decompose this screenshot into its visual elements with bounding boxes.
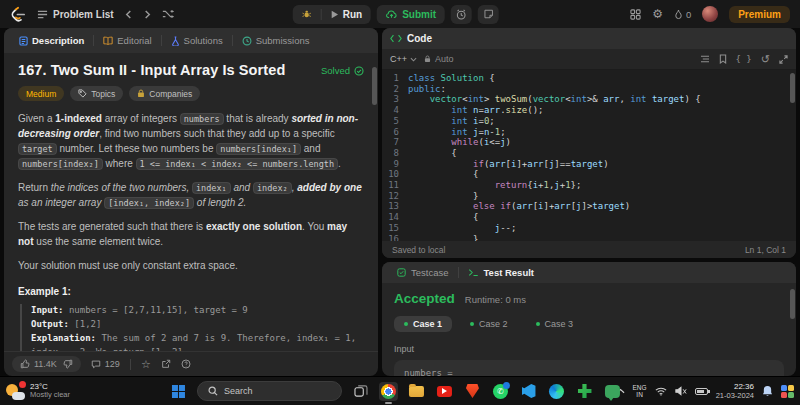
app-whatsapp[interactable]: ✆ bbox=[491, 382, 510, 401]
code-icon bbox=[390, 34, 402, 43]
autocomplete-toggle[interactable]: Auto bbox=[424, 54, 454, 64]
clock[interactable]: 22:36 21-03-2024 bbox=[716, 382, 754, 401]
bookmark-icon[interactable] bbox=[719, 54, 727, 64]
battery-icon[interactable] bbox=[695, 388, 708, 395]
code-panel: Code C++ Auto bbox=[382, 28, 796, 258]
problem-list-button[interactable]: Problem List bbox=[37, 9, 114, 20]
format-icon[interactable] bbox=[700, 55, 710, 63]
like-button[interactable]: 11.4K bbox=[20, 359, 57, 369]
tab-submissions[interactable]: Submissions bbox=[235, 35, 317, 46]
app-chat[interactable] bbox=[603, 382, 622, 401]
submit-label: Submit bbox=[402, 9, 436, 20]
braces-icon[interactable]: { } bbox=[736, 54, 752, 64]
test-result-body: Accepted Runtime: 0 ms Case 1 Case 2 Cas… bbox=[382, 283, 796, 376]
tab-testcase[interactable]: Testcase bbox=[390, 267, 456, 278]
taskbar-search[interactable]: Search bbox=[197, 381, 342, 401]
timer-button[interactable] bbox=[451, 5, 472, 24]
app-brave[interactable] bbox=[463, 382, 482, 401]
lock-icon bbox=[424, 55, 431, 63]
avatar[interactable] bbox=[702, 6, 718, 22]
case-1-tab[interactable]: Case 1 bbox=[394, 316, 452, 332]
expand-icon[interactable] bbox=[779, 55, 788, 64]
app-chrome[interactable] bbox=[379, 382, 398, 401]
example-output: Output: [1,2] bbox=[31, 318, 364, 332]
notes-button[interactable] bbox=[478, 5, 499, 24]
next-problem-button[interactable] bbox=[143, 10, 152, 19]
premium-button[interactable]: Premium bbox=[729, 6, 790, 23]
scrollbar[interactable] bbox=[790, 289, 795, 319]
leetcode-logo[interactable] bbox=[10, 6, 27, 23]
app-edge[interactable] bbox=[547, 382, 566, 401]
favorite-button[interactable]: ☆ bbox=[141, 358, 151, 371]
code-panel-title: Code bbox=[407, 33, 432, 44]
run-button[interactable]: Run bbox=[322, 5, 371, 24]
search-placeholder: Search bbox=[224, 386, 253, 396]
task-view-button[interactable] bbox=[351, 382, 370, 401]
companies-button[interactable]: Companies bbox=[129, 86, 200, 101]
share-button[interactable] bbox=[161, 359, 171, 369]
cloud-upload-icon bbox=[386, 9, 398, 19]
divider bbox=[161, 35, 162, 46]
tab-description[interactable]: Description bbox=[12, 35, 91, 46]
dislike-button[interactable] bbox=[63, 359, 73, 369]
submit-button[interactable]: Submit bbox=[377, 5, 445, 24]
example-explanation: Explanation: The sum of 2 and 7 is 9. Th… bbox=[31, 332, 364, 351]
test-result-label: Test Result bbox=[484, 267, 535, 278]
scrollbar[interactable] bbox=[790, 73, 795, 103]
tab-solutions[interactable]: Solutions bbox=[164, 35, 230, 46]
app-file-explorer[interactable] bbox=[407, 382, 426, 401]
comment-icon bbox=[91, 359, 101, 369]
problem-description[interactable]: 167. Two Sum II - Input Array Is Sorted … bbox=[4, 53, 378, 351]
streak-count: 0 bbox=[686, 9, 691, 20]
weather-widget[interactable]: 23°C Mostly clear bbox=[6, 382, 70, 400]
taskbar: 23°C Mostly clear Search ✆ ENG bbox=[0, 376, 800, 405]
problem-list-label: Problem List bbox=[53, 9, 114, 20]
tab-editorial[interactable]: Editorial bbox=[96, 35, 158, 46]
bell-icon[interactable] bbox=[762, 385, 773, 397]
status-dot bbox=[404, 322, 408, 326]
language-selector[interactable]: C++ bbox=[390, 54, 417, 64]
testcase-check-icon bbox=[397, 268, 406, 277]
random-problem-button[interactable] bbox=[162, 9, 174, 19]
play-icon bbox=[331, 10, 339, 19]
test-panel: Testcase Test Result Accepted Runtime: 0… bbox=[382, 262, 796, 376]
language-indicator[interactable]: ENG IN bbox=[633, 384, 647, 398]
scrollbar[interactable] bbox=[372, 67, 377, 105]
gear-icon[interactable]: ⚙ bbox=[652, 7, 663, 21]
reset-icon[interactable]: ↺ bbox=[761, 54, 770, 65]
layout-grid-icon[interactable] bbox=[630, 9, 641, 20]
app-green-x[interactable] bbox=[575, 382, 594, 401]
wifi-icon[interactable] bbox=[655, 387, 667, 396]
companies-label: Companies bbox=[149, 89, 192, 99]
paragraph-2: Return the indices of the two numbers, i… bbox=[18, 180, 364, 210]
app-youtube[interactable] bbox=[435, 382, 454, 401]
help-button[interactable] bbox=[181, 359, 191, 369]
chevron-down-icon bbox=[410, 57, 417, 62]
app-vscode[interactable] bbox=[519, 382, 538, 401]
input-value-box[interactable]: numbers = bbox=[394, 360, 784, 376]
result-status: Accepted bbox=[394, 291, 455, 306]
start-button[interactable] bbox=[169, 382, 188, 401]
thumbs-up-icon bbox=[20, 359, 30, 369]
tab-description-label: Description bbox=[32, 35, 84, 46]
testcase-label: Testcase bbox=[411, 267, 449, 278]
weather-condition: Mostly clear bbox=[30, 391, 70, 400]
difficulty-badge[interactable]: Medium bbox=[18, 86, 64, 101]
language-value: C++ bbox=[390, 54, 407, 64]
code-editor[interactable]: 1class Solution { 2public: 3 vector<int>… bbox=[382, 70, 796, 241]
comments-button[interactable]: 129 bbox=[91, 359, 120, 369]
date: 21-03-2024 bbox=[716, 391, 754, 400]
case-3-tab[interactable]: Case 3 bbox=[526, 316, 584, 332]
streak-counter[interactable]: 0 bbox=[674, 9, 691, 20]
volume-mute-icon[interactable] bbox=[675, 386, 687, 396]
widgets-icon[interactable] bbox=[781, 385, 794, 398]
debug-button[interactable] bbox=[293, 5, 321, 24]
tab-test-result[interactable]: Test Result bbox=[461, 267, 542, 278]
case-2-tab[interactable]: Case 2 bbox=[460, 316, 518, 332]
problem-title: 167. Two Sum II - Input Array Is Sorted bbox=[18, 62, 285, 78]
topics-button[interactable]: Topics bbox=[70, 86, 123, 101]
description-panel: Description Editorial Solutions bbox=[4, 28, 378, 376]
prev-problem-button[interactable] bbox=[124, 10, 133, 19]
tab-solutions-label: Solutions bbox=[184, 35, 223, 46]
lock-icon bbox=[137, 89, 145, 98]
